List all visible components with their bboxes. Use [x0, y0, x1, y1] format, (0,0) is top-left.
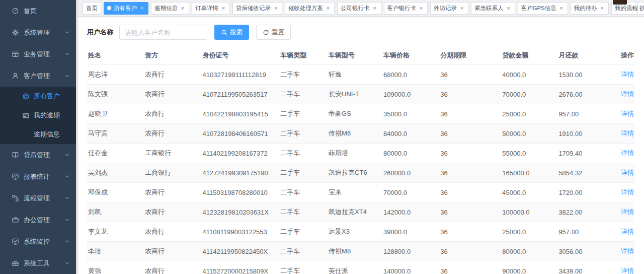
cell-vehicle-price: 128800.0: [382, 242, 439, 261]
detail-link[interactable]: 详情: [621, 90, 634, 98]
column-header-loan-amount: 贷款金额: [501, 47, 557, 65]
cell-monthly-payment: 3822.00: [557, 202, 611, 222]
detail-link[interactable]: 详情: [621, 129, 634, 137]
active-tab-dot: [107, 6, 111, 10]
cell-vehicle-price: 39000.0: [382, 222, 439, 242]
tab-post-loan-collection-records[interactable]: 贷后催收记录×: [232, 2, 282, 15]
cell-monthly-payment: 957.00: [557, 222, 611, 242]
sidebar-item-system-monitor[interactable]: 系统监控: [0, 231, 76, 252]
sidebar-item-all-customers[interactable]: 所有客户: [0, 87, 76, 106]
tab-label: 客户GPS信息: [521, 5, 556, 12]
close-icon[interactable]: ×: [506, 5, 512, 11]
grid-icon: [11, 50, 19, 58]
search-button[interactable]: 搜索: [214, 25, 249, 40]
sidebar-item-office-mgmt[interactable]: 办公管理: [0, 209, 76, 231]
sidebar-item-my-overdue[interactable]: 我的逾期: [0, 106, 76, 125]
cell-vehicle-model: 轩逸: [328, 65, 382, 85]
sidebar-item-label: 系统监控: [24, 237, 50, 246]
detail-link[interactable]: 详情: [621, 228, 634, 235]
sidebar-item-customer-mgmt[interactable]: 客户管理: [0, 65, 76, 87]
detail-link[interactable]: 详情: [621, 110, 634, 117]
table-row: 周志洋农商行410327199111112819二手车轩逸68000.03640…: [87, 65, 635, 85]
cell-vehicle-price: 109000.0: [382, 85, 439, 104]
cell-name: 邓保成: [87, 183, 144, 202]
table-row: 黄强农商行41152720000215809X二手车英仕派140000.0369…: [87, 261, 635, 274]
cell-installment-periods: 36: [439, 124, 501, 144]
sidebar-item-label: 系统管理: [24, 28, 50, 37]
cell-funder: 农商行: [144, 104, 201, 124]
toolbox-icon: [11, 259, 19, 267]
sidebar-item-overdue-info[interactable]: 逾期信息: [0, 125, 76, 144]
close-icon[interactable]: ×: [180, 5, 186, 11]
tab-emergency-contacts[interactable]: 紧急联系人×: [471, 2, 515, 15]
close-icon[interactable]: ×: [418, 5, 424, 11]
tab-my-todo[interactable]: 我的待办×: [571, 2, 609, 15]
avatar[interactable]: [613, 0, 627, 5]
column-header-id-number: 身份证号: [202, 47, 280, 65]
sidebar-item-post-loan-mgmt[interactable]: 贷后管理: [0, 144, 76, 166]
cell-installment-periods: 36: [439, 222, 501, 242]
tab-collection-plan[interactable]: 催收处理方案×: [285, 2, 335, 15]
column-header-actions: 操作: [611, 47, 635, 65]
detail-link[interactable]: 详情: [621, 247, 634, 255]
tab-clipped-tab[interactable]: 抄: [637, 2, 644, 15]
close-icon[interactable]: ×: [459, 5, 465, 11]
tab-label: 催收处理方案: [288, 5, 323, 12]
close-icon[interactable]: ×: [139, 5, 145, 11]
table-row: 任存金工商银行411402199208167372二手车菲斯塔80000.036…: [87, 144, 635, 163]
cell-installment-periods: 36: [439, 261, 501, 274]
cell-loan-amount: 165000.0: [501, 163, 557, 183]
cell-name: 李培: [87, 242, 144, 261]
detail-link[interactable]: 详情: [621, 188, 634, 196]
sidebar-item-process-mgmt[interactable]: 流程管理: [0, 187, 76, 209]
tab-label: 我的待办: [574, 5, 597, 12]
sidebar-item-system-tools[interactable]: 系统工具: [0, 252, 76, 274]
sidebar-item-label: 我的逾期: [34, 111, 60, 120]
detail-link[interactable]: 详情: [621, 71, 634, 78]
cell-name: 马守宾: [87, 124, 144, 144]
close-icon[interactable]: ×: [558, 5, 565, 11]
reset-button[interactable]: 重置: [256, 25, 291, 40]
close-icon[interactable]: ×: [273, 5, 279, 11]
close-icon[interactable]: ×: [599, 5, 605, 11]
tab-home[interactable]: 首页: [83, 2, 101, 15]
cell-vehicle-model: 长安UNI-T: [328, 85, 382, 104]
tab-visit-records[interactable]: 外访记录×: [430, 2, 468, 15]
detail-link[interactable]: 详情: [621, 208, 634, 216]
tab-customer-gps-info[interactable]: 客户GPS信息×: [518, 2, 568, 15]
tab-customer-bank-card[interactable]: 客户银行卡×: [384, 2, 428, 15]
customer-name-input[interactable]: [119, 25, 207, 40]
table-row: 李培农商行41142119950822450X二手车传祺M8128800.036…: [87, 242, 635, 261]
detail-link[interactable]: 详情: [621, 169, 634, 176]
sidebar-item-business-mgmt[interactable]: 业务管理: [0, 43, 76, 65]
bank-card-icon: [22, 112, 30, 119]
detail-link[interactable]: 详情: [621, 149, 634, 157]
tabs-container: 首页所有客户×逾期信息×订单详情×贷后催收记录×催收处理方案×公司银行卡×客户银…: [80, 2, 644, 15]
cell-actions: 详情: [611, 124, 635, 144]
tab-all-customers[interactable]: 所有客户×: [104, 2, 148, 15]
tab-order-detail[interactable]: 订单详情×: [192, 2, 230, 15]
workflow-icon: [11, 194, 19, 202]
cell-loan-amount: 50000.0: [501, 124, 557, 144]
table-row: 邓保成农商行411503198708280010二手车宝来70000.03645…: [87, 183, 635, 202]
close-icon[interactable]: ×: [325, 5, 331, 11]
cell-vehicle-model: 传祺M8: [328, 242, 382, 261]
cell-vehicle-model: 凯迪拉克XT4: [328, 202, 382, 222]
cell-vehicle-price: 70000.0: [382, 183, 439, 202]
sidebar-item-report-stats[interactable]: 报表统计: [0, 166, 76, 187]
chevron-down-icon: [64, 51, 70, 57]
app-root: 首页系统管理业务管理客户管理所有客户我的逾期逾期信息贷后管理报表统计流程管理办公…: [0, 0, 644, 274]
close-icon[interactable]: ×: [372, 5, 378, 11]
cell-monthly-payment: 1720.00: [557, 183, 611, 202]
table-row: 马守宾农商行410728198406160571二手车传祺M684000.036…: [87, 124, 635, 144]
chevron-down-icon: [64, 30, 70, 35]
monitor-icon: [11, 238, 19, 246]
sidebar-item-system-mgmt[interactable]: 系统管理: [0, 22, 76, 43]
cell-monthly-payment: 1530.00: [557, 65, 611, 85]
close-icon[interactable]: ×: [220, 5, 226, 11]
tab-company-bank-card[interactable]: 公司银行卡×: [337, 2, 381, 15]
cell-monthly-payment: 3056.00: [557, 242, 611, 261]
detail-link[interactable]: 详情: [621, 267, 634, 274]
tab-overdue-info[interactable]: 逾期信息×: [151, 2, 189, 15]
sidebar-item-home[interactable]: 首页: [0, 0, 76, 22]
